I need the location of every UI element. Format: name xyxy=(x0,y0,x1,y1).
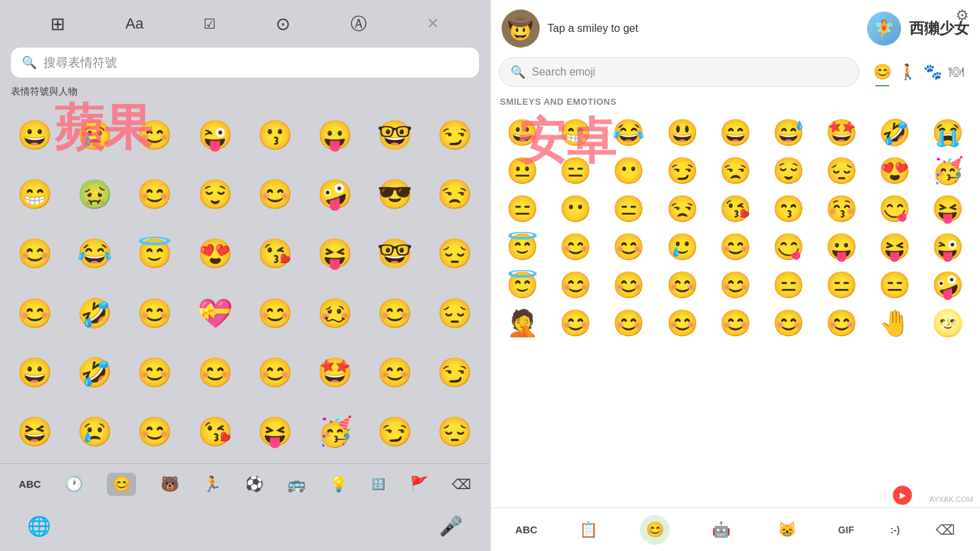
android-emoji-cell[interactable]: 😊 xyxy=(549,266,602,304)
android-emoji-cell[interactable]: 😅 xyxy=(762,114,815,152)
emoji-cell[interactable]: 🥴 xyxy=(306,284,364,341)
globe-icon[interactable]: 🌐 xyxy=(27,515,51,537)
android-delete-button[interactable]: ⌫ xyxy=(936,522,955,538)
emoji-cell[interactable]: 😊 xyxy=(125,106,184,164)
android-emoji-cell[interactable]: 😔 xyxy=(815,152,868,190)
camera-icon[interactable]: ⊙ xyxy=(276,14,291,35)
emoji-cell[interactable]: 😎 xyxy=(365,165,424,223)
ios-abc-button[interactable]: ABC xyxy=(19,478,42,490)
android-abc-button[interactable]: ABC xyxy=(515,524,538,535)
android-emoji-cell[interactable]: 😊 xyxy=(549,304,602,342)
android-emoji-cell[interactable]: 😭 xyxy=(921,114,975,152)
android-emoji-cell[interactable]: 😑 xyxy=(496,190,549,228)
android-emoji-cell[interactable]: 🥲 xyxy=(655,228,708,266)
emoji-cell[interactable]: 🤣 xyxy=(65,344,124,401)
delete-icon[interactable]: ⌫ xyxy=(452,476,471,492)
android-emoji-cell[interactable]: 😊 xyxy=(655,266,708,304)
checklist-icon[interactable]: ☑ xyxy=(203,16,216,32)
android-emoji-cell[interactable]: 😑 xyxy=(815,266,868,304)
android-emoji-cell[interactable]: 😶 xyxy=(549,190,602,228)
android-emoji-cell[interactable]: 😝 xyxy=(868,228,921,266)
category-food[interactable]: 🍽 xyxy=(946,58,966,86)
android-emoji-cell[interactable]: 😊 xyxy=(708,266,762,304)
symbols-icon[interactable]: 🔠 xyxy=(372,478,385,490)
android-emoji-cell[interactable]: 😏 xyxy=(655,152,708,190)
objects-icon[interactable]: 💡 xyxy=(329,475,348,493)
emoji-cell[interactable]: 😊 xyxy=(365,284,424,341)
animal-icon[interactable]: 🐻 xyxy=(161,475,179,493)
android-emoji-cell[interactable]: 🤣 xyxy=(868,114,921,152)
android-emoji-cell[interactable]: 😄 xyxy=(708,114,762,152)
android-emoji-cell[interactable]: 😑 xyxy=(549,152,602,190)
android-emoji-cell[interactable]: 😊 xyxy=(762,304,815,342)
android-emoji-cell[interactable]: 😊 xyxy=(602,228,655,266)
emoji-cell[interactable]: 😏 xyxy=(425,106,484,164)
transport-icon[interactable]: 🚌 xyxy=(287,475,306,493)
android-emoji-cell[interactable]: 🌝 xyxy=(921,304,975,342)
emoji-cell[interactable]: 😜 xyxy=(186,106,244,164)
android-emoji-cell[interactable]: 🤪 xyxy=(921,266,975,304)
emoji-cell[interactable]: 😗 xyxy=(246,106,304,164)
category-animals[interactable]: 🐾 xyxy=(921,58,945,86)
android-emoji-cell[interactable]: 😋 xyxy=(762,228,815,266)
android-emoji-cell[interactable]: 😊 xyxy=(602,266,655,304)
microphone-icon[interactable]: 🎤 xyxy=(439,515,463,537)
emoji-cell[interactable]: 😔 xyxy=(425,403,484,461)
android-emoji-cell[interactable]: 😘 xyxy=(708,190,762,228)
category-people[interactable]: 🚶 xyxy=(896,58,919,86)
emoji-cell[interactable]: 😊 xyxy=(5,224,64,282)
emoji-cell[interactable]: 🤢 xyxy=(65,165,124,223)
emoji-category-icon[interactable]: 😊 xyxy=(107,473,136,496)
emoji-cell[interactable]: 😛 xyxy=(306,106,364,164)
emoji-cell[interactable]: 😏 xyxy=(365,403,424,461)
play-badge[interactable]: ▶ xyxy=(893,486,912,505)
android-emoji-cell[interactable]: 😋 xyxy=(868,190,921,228)
clipboard-icon[interactable]: 📋 xyxy=(574,515,604,545)
emoji-cell[interactable]: 🤓 xyxy=(365,224,424,282)
activity-icon[interactable]: 🏃 xyxy=(203,475,221,493)
emoji-cell[interactable]: 🥳 xyxy=(306,403,364,461)
android-emoji-cell[interactable]: 😐 xyxy=(496,152,549,190)
emoji-picker-icon[interactable]: 😊 xyxy=(640,515,670,545)
emoji-cell[interactable]: 🤣 xyxy=(65,284,124,341)
android-emoji-cell[interactable]: 😑 xyxy=(602,190,655,228)
emoji-cell[interactable]: 😀 xyxy=(5,106,64,164)
android-emoji-cell[interactable]: 😑 xyxy=(868,266,921,304)
emoji-cell[interactable]: 😊 xyxy=(246,344,304,401)
emoji-cell[interactable]: 💝 xyxy=(186,284,244,341)
emoji-cell[interactable]: 😊 xyxy=(125,344,184,401)
android-emoji-cell[interactable]: 😃 xyxy=(655,114,708,152)
android-emoji-cell[interactable]: 😒 xyxy=(655,190,708,228)
emoji-cell[interactable]: 😀 xyxy=(5,344,64,401)
emoji-cell[interactable]: 😁 xyxy=(5,165,64,223)
android-emoji-cell[interactable]: 🥳 xyxy=(921,152,975,190)
android-emoji-cell[interactable]: 😍 xyxy=(868,152,921,190)
android-emoji-cell[interactable]: 😊 xyxy=(655,304,708,342)
android-emoji-cell[interactable]: 🤩 xyxy=(815,114,868,152)
emoji-cell[interactable]: 😆 xyxy=(5,403,64,461)
ios-search-bar[interactable]: 🔍 搜尋表情符號 xyxy=(11,48,479,78)
emoji-cell[interactable]: 😊 xyxy=(246,165,304,223)
emoji-cell[interactable]: 😘 xyxy=(186,403,244,461)
emoji-cell[interactable]: 😝 xyxy=(246,403,304,461)
android-emoji-cell[interactable]: 😇 xyxy=(496,266,549,304)
emoji-cell[interactable]: 😊 xyxy=(125,284,184,341)
android-emoji-cell[interactable]: 😊 xyxy=(815,304,868,342)
emoji-cell[interactable]: 🤓 xyxy=(365,106,424,164)
emoji-cell[interactable]: 😢 xyxy=(65,106,124,164)
emoji-cell[interactable]: 😊 xyxy=(186,344,244,401)
emoji-cell[interactable]: 😍 xyxy=(186,224,244,282)
android-emoji-cell[interactable]: 😊 xyxy=(549,228,602,266)
emoji-cell[interactable]: 😊 xyxy=(125,403,184,461)
android-emoji-cell[interactable]: 😜 xyxy=(921,228,975,266)
android-emoji-cell[interactable]: 😙 xyxy=(762,190,815,228)
robot-avatar[interactable]: 🤠 xyxy=(502,10,540,48)
recent-icon[interactable]: 🕐 xyxy=(65,475,83,493)
android-emoji-cell[interactable]: 😌 xyxy=(762,152,815,190)
emoji-cell[interactable]: 🤩 xyxy=(306,344,364,401)
android-search-bar[interactable]: 🔍 Search emoji xyxy=(499,57,860,87)
android-emoji-cell[interactable]: 😂 xyxy=(602,114,655,152)
sports-icon[interactable]: ⚽ xyxy=(245,475,263,493)
flags-icon[interactable]: 🚩 xyxy=(410,475,428,493)
close-icon[interactable]: ✕ xyxy=(427,15,439,33)
